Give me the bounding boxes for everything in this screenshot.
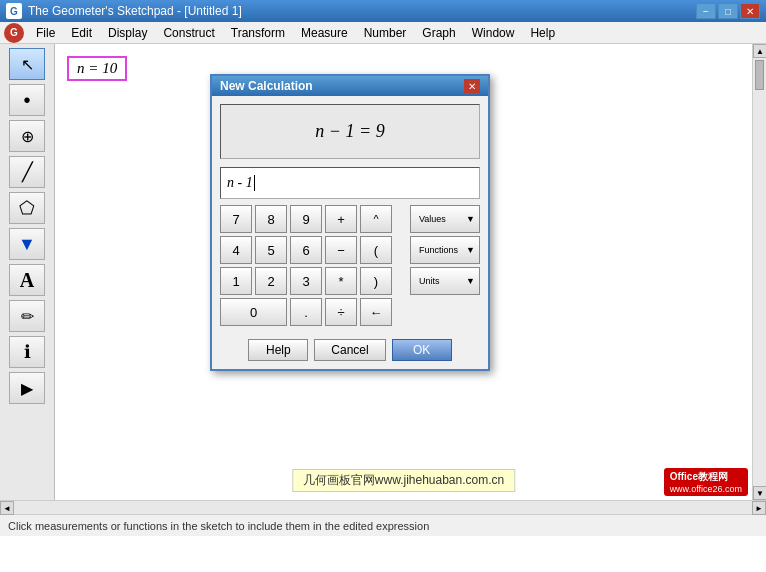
keypad-row-1: 7 8 9 + ^ Values ▼ <box>220 205 480 233</box>
more-tool[interactable]: ▶ <box>9 372 45 404</box>
left-toolbar: ↖ • ⊕ ╱ ⬠ ▼ A ✏ ℹ ▶ <box>0 44 55 500</box>
key-1[interactable]: 1 <box>220 267 252 295</box>
polygon-icon: ⬠ <box>19 197 35 219</box>
horizontal-scrollbar[interactable]: ◄ ► <box>0 500 766 514</box>
compass-tool[interactable]: ⊕ <box>9 120 45 152</box>
text-tool[interactable]: A <box>9 264 45 296</box>
menu-edit[interactable]: Edit <box>63 24 100 42</box>
point-tool[interactable]: • <box>9 84 45 116</box>
functions-chevron: ▼ <box>466 245 475 255</box>
h-scroll-track[interactable] <box>14 501 752 514</box>
window-title: The Geometer's Sketchpad - [Untitled 1] <box>28 4 242 18</box>
select-tool[interactable]: ↖ <box>9 48 45 80</box>
scroll-track[interactable] <box>753 58 766 486</box>
office-badge-line1: Office教程网 <box>670 470 742 484</box>
keypad: 7 8 9 + ^ Values ▼ 4 5 <box>212 205 488 335</box>
menu-construct[interactable]: Construct <box>155 24 222 42</box>
key-0[interactable]: 0 <box>220 298 287 326</box>
n-variable: n <box>77 60 85 76</box>
key-3[interactable]: 3 <box>290 267 322 295</box>
values-dropdown[interactable]: Values ▼ <box>410 205 480 233</box>
key-multiply[interactable]: * <box>325 267 357 295</box>
key-open-paren[interactable]: ( <box>360 236 392 264</box>
scroll-right-arrow[interactable]: ► <box>752 501 766 515</box>
app-menu-icon[interactable]: G <box>4 23 24 43</box>
key-6[interactable]: 6 <box>290 236 322 264</box>
cancel-button[interactable]: Cancel <box>314 339 385 361</box>
menu-bar: G File Edit Display Construct Transform … <box>0 22 766 44</box>
point-icon: • <box>23 89 30 112</box>
more-icon: ▶ <box>21 379 33 398</box>
main-area: ↖ • ⊕ ╱ ⬠ ▼ A ✏ ℹ ▶ n <box>0 44 766 500</box>
menu-window[interactable]: Window <box>464 24 523 42</box>
menu-graph[interactable]: Graph <box>414 24 463 42</box>
compass-icon: ⊕ <box>21 127 34 146</box>
key-divide[interactable]: ÷ <box>325 298 357 326</box>
office-badge-line2: www.office26.com <box>670 484 742 494</box>
close-button[interactable]: ✕ <box>740 3 760 19</box>
units-label: Units <box>419 276 440 286</box>
key-minus[interactable]: − <box>325 236 357 264</box>
pencil-tool[interactable]: ✏ <box>9 300 45 332</box>
help-button[interactable]: Help <box>248 339 308 361</box>
key-close-paren[interactable]: ) <box>360 267 392 295</box>
key-power[interactable]: ^ <box>360 205 392 233</box>
title-bar-controls: − □ ✕ <box>696 3 760 19</box>
key-9[interactable]: 9 <box>290 205 322 233</box>
expression-display: n − 1 = 9 <box>220 104 480 159</box>
scroll-up-arrow[interactable]: ▲ <box>753 44 766 58</box>
polygon-tool[interactable]: ⬠ <box>9 192 45 224</box>
menu-transform[interactable]: Transform <box>223 24 293 42</box>
menu-measure[interactable]: Measure <box>293 24 356 42</box>
vertical-scrollbar[interactable]: ▲ ▼ <box>752 44 766 500</box>
expression-text: n − 1 = 9 <box>315 121 384 142</box>
key-5[interactable]: 5 <box>255 236 287 264</box>
n-value-label: n = 10 <box>67 56 127 81</box>
key-decimal[interactable]: . <box>290 298 322 326</box>
text-icon: A <box>20 269 34 292</box>
dialog-title-bar: New Calculation ✕ <box>212 76 488 96</box>
canvas-area[interactable]: n = 10 几何画板官网www.jihehuaban.com.cn Offic… <box>55 44 752 500</box>
key-backspace[interactable]: ← <box>360 298 392 326</box>
minimize-button[interactable]: − <box>696 3 716 19</box>
expression-input[interactable]: n - 1 <box>220 167 480 199</box>
key-plus[interactable]: + <box>325 205 357 233</box>
key-7[interactable]: 7 <box>220 205 252 233</box>
n-value: 10 <box>102 60 117 76</box>
units-chevron: ▼ <box>466 276 475 286</box>
keypad-row-4: 0 . ÷ ← <box>220 298 480 326</box>
dialog-close-button[interactable]: ✕ <box>464 79 480 93</box>
status-message: Click measurements or functions in the s… <box>8 520 429 532</box>
maximize-button[interactable]: □ <box>718 3 738 19</box>
line-icon: ╱ <box>22 161 33 183</box>
input-content: n - 1 <box>227 175 253 191</box>
key-2[interactable]: 2 <box>255 267 287 295</box>
values-chevron: ▼ <box>466 214 475 224</box>
n-equals: = <box>88 60 102 76</box>
app-icon: G <box>6 3 22 19</box>
dialog-title: New Calculation <box>220 79 313 93</box>
menu-help[interactable]: Help <box>522 24 563 42</box>
menu-number[interactable]: Number <box>356 24 415 42</box>
info-icon: ℹ <box>24 341 31 363</box>
arrow-tool[interactable]: ▼ <box>9 228 45 260</box>
key-4[interactable]: 4 <box>220 236 252 264</box>
keypad-row-2: 4 5 6 − ( Functions ▼ <box>220 236 480 264</box>
office-badge: Office教程网 www.office26.com <box>664 468 748 496</box>
line-tool[interactable]: ╱ <box>9 156 45 188</box>
pencil-icon: ✏ <box>21 307 34 326</box>
arrow-icon: ▼ <box>18 234 36 255</box>
scroll-thumb[interactable] <box>755 60 764 90</box>
new-calculation-dialog: New Calculation ✕ n − 1 = 9 n - 1 <box>210 74 490 371</box>
functions-dropdown[interactable]: Functions ▼ <box>410 236 480 264</box>
scroll-down-arrow[interactable]: ▼ <box>753 486 766 500</box>
dialog-overlay: New Calculation ✕ n − 1 = 9 n - 1 <box>55 44 752 500</box>
menu-file[interactable]: File <box>28 24 63 42</box>
info-tool[interactable]: ℹ <box>9 336 45 368</box>
scroll-left-arrow[interactable]: ◄ <box>0 501 14 515</box>
menu-display[interactable]: Display <box>100 24 155 42</box>
ok-button[interactable]: OK <box>392 339 452 361</box>
key-8[interactable]: 8 <box>255 205 287 233</box>
functions-label: Functions <box>419 245 458 255</box>
units-dropdown[interactable]: Units ▼ <box>410 267 480 295</box>
